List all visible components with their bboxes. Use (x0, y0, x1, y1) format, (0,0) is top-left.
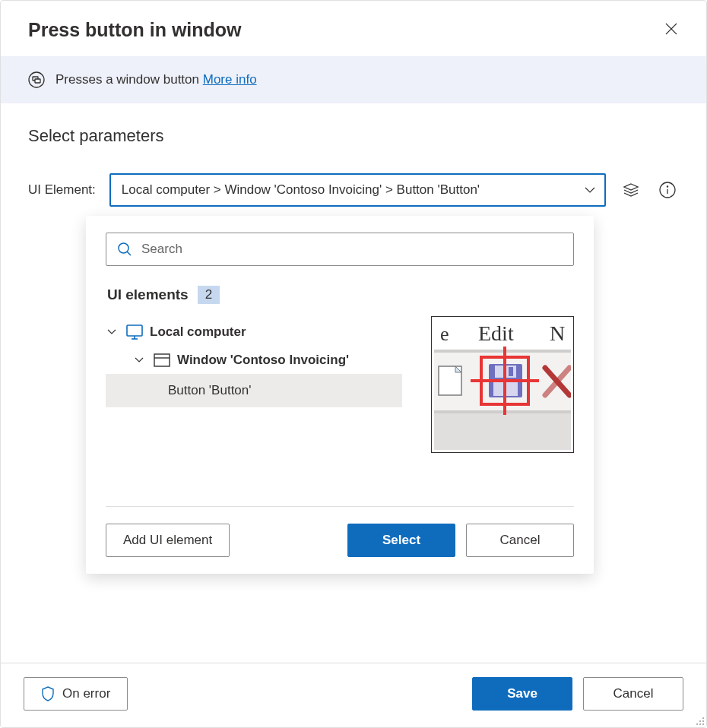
tree-node-computer[interactable]: Local computer (106, 318, 402, 347)
svg-point-32 (702, 717, 704, 719)
svg-marker-5 (624, 184, 638, 190)
ui-element-row: UI Element: Local computer > Window 'Con… (28, 173, 679, 207)
search-icon (117, 242, 132, 257)
element-preview: e Edit N (431, 316, 574, 453)
section-title: Select parameters (28, 126, 679, 146)
elements-header: UI elements 2 (106, 286, 574, 304)
monitor-icon (125, 324, 144, 340)
svg-rect-18 (434, 412, 571, 450)
elements-title: UI elements (107, 286, 189, 303)
ui-element-dropdown[interactable]: Local computer > Window 'Contoso Invoici… (109, 173, 606, 207)
content-area: Select parameters UI Element: Local comp… (1, 103, 706, 207)
ui-element-label: UI Element: (28, 182, 96, 198)
save-button[interactable]: Save (472, 677, 572, 711)
svg-rect-25 (509, 367, 513, 376)
svg-point-35 (696, 723, 698, 725)
elements-count-badge: 2 (198, 286, 220, 304)
info-button[interactable] (656, 179, 679, 201)
info-icon (659, 182, 676, 198)
dialog-title: Press button in window (28, 19, 242, 41)
popup-cancel-button[interactable]: Cancel (466, 524, 574, 557)
add-ui-element-button[interactable]: Add UI element (106, 524, 230, 557)
layers-icon (623, 182, 639, 198)
svg-line-10 (127, 252, 131, 255)
ui-elements-tree: Local computer Window 'Contoso Invoicing… (106, 318, 402, 407)
tree-label: Window 'Contoso Invoicing' (177, 353, 349, 368)
resize-handle-icon[interactable] (694, 715, 705, 726)
chevron-down-icon (107, 329, 116, 335)
info-banner-text: Presses a window button More info (55, 72, 257, 87)
dialog-footer: On error Save Cancel (1, 663, 706, 727)
tree-node-button[interactable]: Button 'Button' (106, 374, 402, 407)
search-input[interactable] (141, 242, 563, 257)
info-banner: Presses a window button More info (1, 56, 706, 103)
layers-button[interactable] (620, 179, 642, 201)
svg-point-8 (667, 186, 667, 187)
svg-rect-4 (35, 79, 40, 83)
preview-text-edit: Edit (478, 321, 514, 345)
close-button[interactable] (662, 20, 680, 41)
preview-text-n: N (550, 321, 565, 345)
close-icon (665, 23, 677, 35)
svg-point-34 (702, 720, 704, 722)
select-button[interactable]: Select (347, 524, 455, 557)
shield-icon (41, 686, 55, 701)
svg-rect-19 (434, 350, 571, 353)
dialog-header: Press button in window (1, 1, 706, 56)
svg-point-37 (702, 723, 704, 725)
dropdown-value: Local computer > Window 'Contoso Invoici… (122, 182, 480, 198)
preview-text-e: e (440, 323, 449, 345)
chevron-down-icon (135, 357, 144, 363)
tree-label: Local computer (150, 324, 246, 340)
more-info-link[interactable]: More info (203, 72, 257, 87)
window-icon (153, 353, 171, 368)
tree-label: Button 'Button' (168, 383, 252, 398)
svg-point-33 (699, 720, 701, 722)
preview-content: e Edit N (434, 319, 571, 450)
tree-node-window[interactable]: Window 'Contoso Invoicing' (106, 347, 402, 374)
ui-element-picker-popup: UI elements 2 Local computer Window 'Con… (86, 216, 594, 574)
chevron-down-icon (585, 187, 595, 193)
svg-rect-11 (127, 325, 142, 336)
on-error-button[interactable]: On error (24, 677, 128, 711)
svg-point-9 (119, 243, 128, 253)
svg-rect-14 (154, 354, 170, 366)
search-box[interactable] (106, 233, 574, 266)
svg-point-36 (699, 723, 701, 725)
dialog-cancel-button[interactable]: Cancel (583, 677, 683, 711)
action-icon (28, 71, 45, 88)
popup-footer: Add UI element Select Cancel (106, 506, 574, 557)
on-error-label: On error (62, 686, 110, 701)
svg-rect-20 (434, 410, 571, 413)
